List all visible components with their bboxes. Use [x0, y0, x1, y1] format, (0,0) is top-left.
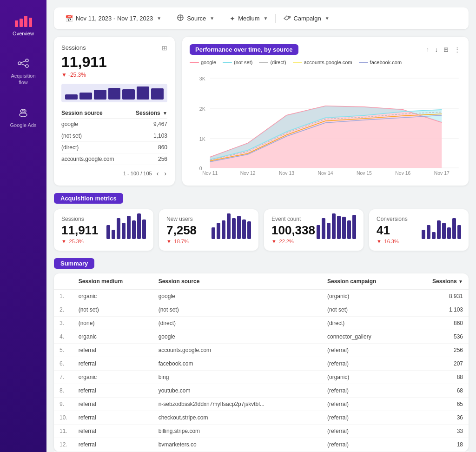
row-num: 3. — [54, 317, 73, 330]
session-table-row: google9,467 — [61, 119, 167, 130]
sessions-value: 11,911 — [61, 53, 167, 71]
medium-filter-label: Medium — [238, 15, 259, 22]
col-sessions[interactable]: Sessions ▼ — [128, 108, 167, 119]
row-medium: referral — [73, 398, 153, 411]
campaign-filter[interactable]: Campaign ▼ — [279, 12, 333, 25]
acquisition-flow-icon — [17, 57, 30, 70]
date-filter-arrow: ▼ — [157, 16, 161, 21]
pagination-prev[interactable]: ‹ — [156, 169, 160, 178]
metric-bar-5 — [132, 220, 136, 239]
metric-card-sessions: Sessions 11,911 ▼ -25.3% — [54, 209, 153, 251]
row-campaign: (referral) — [322, 438, 408, 452]
row-medium: referral — [73, 357, 153, 371]
metric-down-icon: ▼ — [271, 239, 277, 244]
filter-bar: 📅 Nov 11, 2023 - Nov 17, 2023 ▼ Source ▼… — [54, 7, 469, 29]
main-content: 📅 Nov 11, 2023 - Nov 17, 2023 ▼ Source ▼… — [46, 0, 476, 452]
metric-bar-1 — [427, 225, 430, 239]
summary-col-num — [54, 273, 73, 290]
metric-bar-6 — [347, 220, 351, 239]
summary-table-row: 6. referral facebook.com (referral) 207 — [54, 357, 469, 371]
metric-change-val: -16.3% — [383, 239, 399, 244]
summary-col-medium: Session medium — [73, 273, 153, 290]
legend-direct: (direct) — [259, 60, 286, 65]
summary-table-row: 2. (not set) (not set) (not set) 1,103 — [54, 303, 469, 317]
row-sessions: 860 — [408, 317, 469, 330]
metric-bar-7 — [457, 225, 461, 239]
spark-bar-7 — [151, 88, 164, 100]
chart-more-btn[interactable]: ⋮ — [453, 45, 461, 54]
metric-bar-4 — [442, 223, 446, 239]
row-sessions: 8,931 — [408, 290, 469, 303]
metric-bar-2 — [327, 223, 331, 239]
legend-direct-label: (direct) — [270, 60, 286, 65]
sidebar-item-google-ads[interactable]: Google Ads — [3, 101, 44, 133]
row-campaign: (referral) — [322, 357, 408, 371]
source-filter[interactable]: Source ▼ — [173, 12, 218, 25]
col-session-source: Session source — [61, 108, 128, 119]
chart-export-btn[interactable]: ⊞ — [443, 45, 450, 54]
performance-chart-card: Performance over time, by source ↑ ↓ ⊞ ⋮… — [182, 37, 469, 186]
summary-table-row: 12. referral bvmarketers.co (referral) 1… — [54, 438, 469, 452]
svg-point-1 — [26, 59, 28, 62]
metric-bar-3 — [227, 213, 231, 239]
row-medium: referral — [73, 384, 153, 398]
summary-col-sessions[interactable]: Sessions ▼ — [408, 273, 469, 290]
session-count-cell: 860 — [128, 142, 167, 153]
summary-table: Session medium Session source Session ca… — [54, 273, 469, 452]
chart-down-btn[interactable]: ↓ — [434, 45, 439, 54]
pagination-next[interactable]: › — [163, 169, 167, 178]
metric-bar-5 — [342, 217, 346, 239]
metric-change: ▼ -25.3% — [61, 239, 99, 244]
summary-title-badge: Summary — [54, 258, 94, 269]
spark-bar-4 — [108, 88, 121, 100]
calendar-icon: 📅 — [65, 15, 73, 22]
metric-bar-1 — [322, 218, 325, 239]
metric-value: 11,911 — [61, 223, 99, 238]
metric-card-conversions: Conversions 41 ▼ -16.3% — [369, 209, 469, 251]
row-medium: (not set) — [73, 303, 153, 317]
summary-table-row: 3. (none) (direct) (direct) 860 — [54, 317, 469, 330]
row-sessions: 536 — [408, 330, 469, 344]
sidebar-item-acquisition-label: Acquisition flow — [7, 73, 40, 86]
svg-text:Nov 16: Nov 16 — [395, 171, 410, 176]
sidebar-item-acquisition-flow[interactable]: Acquisition flow — [3, 51, 44, 92]
filter-divider-2 — [222, 14, 222, 23]
session-source-cell: google — [61, 119, 128, 130]
row-source: (direct) — [153, 317, 322, 330]
row-num: 9. — [54, 398, 73, 411]
row-campaign: (referral) — [322, 398, 408, 411]
svg-line-4 — [21, 64, 26, 66]
row-num: 7. — [54, 371, 73, 384]
sidebar-item-google-ads-label: Google Ads — [10, 122, 37, 128]
row-source: facebook.com — [153, 357, 322, 371]
chart-up-btn[interactable]: ↑ — [425, 45, 430, 54]
summary-table-row: 1. organic google (organic) 8,931 — [54, 290, 469, 303]
legend-facebook-label: facebook.com — [370, 60, 402, 65]
metric-bar-2 — [222, 220, 225, 239]
sessions-change: ▼ -25.3% — [61, 72, 167, 78]
row-sessions: 88 — [408, 371, 469, 384]
svg-text:Nov 13: Nov 13 — [279, 171, 294, 176]
row-campaign: (not set) — [322, 303, 408, 317]
chart-title-badge: Performance over time, by source — [190, 44, 298, 55]
sidebar-item-overview[interactable]: Overview — [3, 9, 44, 42]
sidebar: Overview Acquisition flow Google Ads — [0, 0, 46, 452]
metric-change: ▼ -16.3% — [377, 239, 408, 244]
row-campaign: (referral) — [322, 411, 408, 425]
medium-filter[interactable]: ✦ Medium ▼ — [226, 13, 271, 24]
metric-bar-7 — [247, 221, 251, 239]
metric-info: Conversions 41 ▼ -16.3% — [377, 216, 408, 244]
row-source: bing — [153, 371, 322, 384]
metric-bar-3 — [437, 220, 441, 239]
metric-bars — [317, 216, 356, 239]
metric-change-val: -22.2% — [278, 239, 294, 244]
date-filter[interactable]: 📅 Nov 11, 2023 - Nov 17, 2023 ▼ — [61, 13, 165, 24]
row-source: billing.stripe.com — [153, 425, 322, 438]
metric-label: Event count — [271, 216, 315, 222]
row-num: 10. — [54, 411, 73, 425]
svg-text:1K: 1K — [199, 137, 205, 142]
sparkline-bars — [61, 84, 167, 102]
metric-bar-7 — [142, 219, 146, 239]
sessions-export-icon[interactable]: ⊞ — [162, 44, 167, 52]
spark-bar-2 — [79, 93, 92, 100]
